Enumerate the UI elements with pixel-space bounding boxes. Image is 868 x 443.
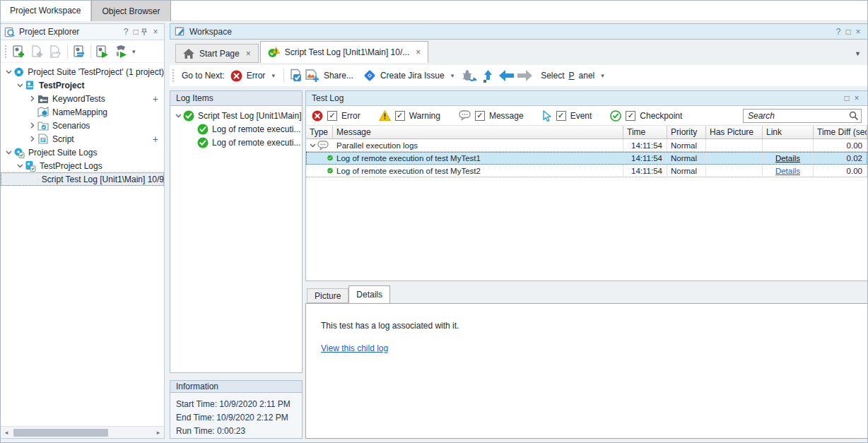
tab-details[interactable]: Details bbox=[348, 285, 390, 303]
horizontal-scrollbar[interactable]: ◂ ▸ bbox=[1, 426, 164, 438]
run-project-button[interactable] bbox=[93, 42, 112, 61]
tree-item-label: TestProject bbox=[39, 81, 84, 90]
toolbar-grip[interactable] bbox=[4, 45, 8, 59]
chevron-down-icon[interactable] bbox=[307, 143, 317, 148]
maximize-icon[interactable]: □ bbox=[843, 27, 853, 37]
go-forward-button[interactable] bbox=[515, 66, 534, 85]
pin-icon[interactable] bbox=[141, 28, 151, 36]
message-checkbox[interactable]: ✓ bbox=[475, 111, 485, 121]
tree-item-script-test-log[interactable]: Script Test Log [Unit1\Main] 10/9 bbox=[1, 172, 164, 186]
scroll-right-icon[interactable]: ▸ bbox=[153, 429, 164, 436]
go-back-button[interactable] bbox=[497, 66, 515, 85]
help-icon[interactable]: ? bbox=[833, 27, 843, 37]
chevron-right-icon[interactable] bbox=[28, 95, 37, 102]
filter-label: Error bbox=[341, 111, 360, 121]
tree-item-scenarios[interactable]: Scenarios bbox=[1, 119, 164, 132]
tree-item-keywordtests[interactable]: KeywordTests + bbox=[1, 92, 164, 105]
close-icon[interactable]: × bbox=[852, 93, 862, 103]
panel-title: Project Explorer bbox=[19, 27, 121, 37]
tab-picture[interactable]: Picture bbox=[307, 288, 348, 303]
maximize-icon[interactable]: □ bbox=[131, 27, 141, 37]
maximize-icon[interactable]: □ bbox=[842, 93, 852, 103]
add-item-button[interactable] bbox=[28, 42, 47, 61]
toolbar-grip[interactable] bbox=[172, 69, 175, 83]
event-checkbox[interactable]: ✓ bbox=[556, 111, 566, 121]
chevron-down-icon[interactable] bbox=[15, 164, 25, 168]
details-link[interactable]: Details bbox=[775, 154, 800, 163]
details-link[interactable]: Details bbox=[775, 167, 800, 175]
filter-error: ✓ Error bbox=[312, 110, 360, 122]
chevron-down-icon[interactable] bbox=[4, 150, 13, 155]
create-jira-issue-button[interactable]: Create Jira Issue ▾ bbox=[363, 69, 456, 82]
scenarios-icon bbox=[37, 121, 49, 131]
chevron-down-icon[interactable] bbox=[15, 83, 25, 88]
checkpoint-checkbox[interactable]: ✓ bbox=[626, 111, 635, 121]
log-item-child[interactable]: Log of remote executi... bbox=[170, 122, 302, 136]
view-child-log-link[interactable]: View this child log bbox=[321, 343, 388, 353]
warning-checkbox[interactable]: ✓ bbox=[395, 111, 405, 121]
tree-item-script[interactable]: Script + bbox=[1, 132, 164, 146]
close-icon[interactable]: × bbox=[416, 47, 421, 57]
tree-item-project-suite-logs[interactable]: Project Suite Logs bbox=[1, 146, 164, 159]
scrollbar-thumb[interactable] bbox=[13, 429, 108, 437]
tree-item-label: Script Test Log [Unit1\Main] 10/9 bbox=[42, 175, 164, 184]
column-has-picture[interactable]: Has Picture bbox=[706, 126, 763, 138]
tree-item-testproject[interactable]: TestProject bbox=[1, 78, 164, 92]
tab-object-browser[interactable]: Object Browser bbox=[91, 0, 170, 21]
table-row-selected[interactable]: Log of remote execution of test MyTest1 … bbox=[306, 152, 867, 165]
checkbox-check: ✓ bbox=[558, 111, 564, 120]
success-icon bbox=[183, 110, 194, 122]
select-records-button[interactable] bbox=[286, 66, 305, 85]
column-priority[interactable]: Priority bbox=[667, 126, 706, 138]
add-icon[interactable]: + bbox=[153, 93, 158, 105]
help-icon[interactable]: ? bbox=[121, 27, 131, 37]
explorer-search-doc-icon bbox=[4, 27, 15, 37]
tree-item-testproject-logs[interactable]: TestProject Logs bbox=[1, 159, 164, 172]
tab-start-page[interactable]: Start Page × bbox=[175, 44, 259, 63]
search-input[interactable] bbox=[743, 109, 862, 123]
tab-script-test-log[interactable]: Script Test Log [Unit1\Main] 10/... × bbox=[260, 41, 429, 63]
chevron-right-icon[interactable] bbox=[28, 122, 37, 129]
tree-item-project-suite[interactable]: Project Suite 'TestProject' (1 project) bbox=[1, 65, 164, 78]
close-icon[interactable]: × bbox=[853, 27, 863, 37]
run-project-suite-button[interactable] bbox=[112, 42, 130, 61]
share-button[interactable]: Share... bbox=[305, 69, 353, 83]
scroll-left-icon[interactable]: ◂ bbox=[1, 429, 12, 436]
add-project-button[interactable] bbox=[10, 42, 28, 61]
go-up-button[interactable] bbox=[479, 66, 497, 85]
table-row[interactable]: Log of remote execution of test MyTest2 … bbox=[306, 165, 867, 177]
column-time-diff[interactable]: Time Diff (sec) bbox=[814, 126, 867, 138]
filter-message: ✓ Message bbox=[459, 110, 524, 121]
chevron-right-icon[interactable] bbox=[28, 136, 37, 142]
tree-item-namemapping[interactable]: NameMapping bbox=[1, 105, 164, 119]
goto-next-error-button[interactable]: Error ▾ bbox=[230, 70, 277, 82]
priority-cell: Normal bbox=[667, 139, 706, 151]
close-icon[interactable]: × bbox=[246, 49, 251, 59]
left-arrow-icon bbox=[499, 70, 514, 81]
message-cell: Parallel execution logs bbox=[333, 139, 623, 151]
organize-items-button[interactable] bbox=[70, 42, 88, 61]
run-with-debug-button[interactable] bbox=[460, 66, 479, 85]
select-panel-button[interactable]: Select Panel ▾ bbox=[541, 71, 606, 81]
run-dropdown-icon[interactable]: ▾ bbox=[130, 48, 138, 55]
tree-item-label: KeywordTests bbox=[52, 94, 105, 104]
chevron-down-icon[interactable] bbox=[173, 114, 183, 118]
column-time[interactable]: Time bbox=[623, 126, 667, 138]
log-item-child[interactable]: Log of remote executi... bbox=[170, 136, 302, 149]
column-type[interactable]: Type bbox=[306, 126, 333, 138]
tab-project-workspace[interactable]: Project Workspace bbox=[0, 0, 91, 21]
column-message[interactable]: Message bbox=[333, 126, 623, 138]
open-item-button[interactable] bbox=[47, 42, 65, 61]
tab-overflow-icon[interactable]: ▼ bbox=[855, 50, 861, 57]
has-picture-cell bbox=[706, 152, 763, 164]
details-pane: This test has a log associated with it. … bbox=[305, 303, 868, 439]
chevron-down-icon[interactable] bbox=[4, 70, 13, 74]
column-link[interactable]: Link bbox=[763, 126, 814, 138]
error-checkbox[interactable]: ✓ bbox=[327, 111, 337, 121]
close-icon[interactable]: × bbox=[151, 27, 160, 37]
workspace-icon bbox=[175, 26, 185, 37]
table-row[interactable]: Parallel execution logs 14:11:54 Normal … bbox=[306, 139, 867, 152]
keyword-tests-icon bbox=[37, 94, 49, 104]
log-item-root[interactable]: Script Test Log [Unit1\Main] bbox=[170, 109, 302, 122]
add-icon[interactable]: + bbox=[153, 134, 158, 145]
